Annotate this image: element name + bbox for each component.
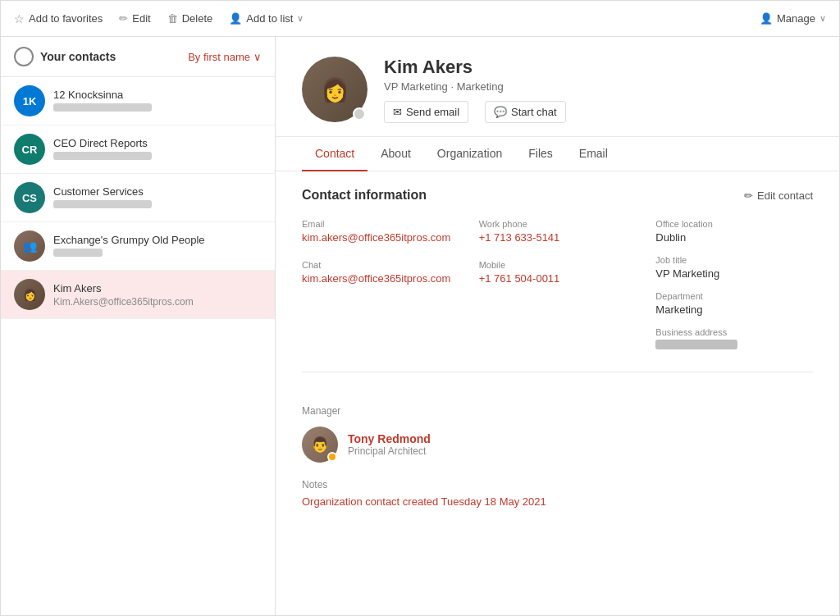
profile-info: Kim Akers VP Marketing · Marketing ✉ Sen…	[384, 57, 813, 123]
contacts-icon	[14, 47, 34, 66]
edit-label: Edit	[132, 12, 150, 25]
sidebar-item-exchange-sub	[53, 248, 262, 259]
sidebar-item-kim-email: Kim.Akers@office365itpros.com	[53, 296, 262, 308]
tab-files[interactable]: Files	[515, 137, 566, 171]
profile-name: Kim Akers	[384, 57, 813, 78]
field-business-address: Business address	[655, 327, 813, 352]
sidebar-item-customer-services-name: Customer Services	[53, 185, 262, 198]
delete-icon: 🗑	[167, 12, 178, 25]
field-department: Department Marketing	[655, 291, 813, 316]
start-chat-button[interactable]: 💬 Start chat	[485, 101, 566, 123]
manage-label: Manage	[777, 12, 815, 25]
sidebar-item-customer-services-sub	[53, 199, 262, 211]
mobile-label: Mobile	[479, 260, 637, 270]
field-email: Email kim.akers@office365itpros.com	[302, 219, 459, 244]
tab-email[interactable]: Email	[566, 137, 621, 171]
delete-label: Delete	[182, 12, 213, 25]
manage-chevron-icon: ∨	[819, 13, 826, 24]
sidebar-item-knocksinna-sub	[53, 103, 262, 114]
sidebar-item-ceo[interactable]: CR CEO Direct Reports	[1, 125, 275, 174]
field-work-phone: Work phone +1 713 633-5141	[479, 219, 637, 244]
email-value: kim.akers@office365itpros.com	[302, 231, 459, 244]
sidebar-item-knocksinna-content: 12 Knocksinna	[53, 89, 262, 114]
notes-section: Notes Organization contact created Tuesd…	[276, 479, 839, 524]
sidebar-header-left: Your contacts	[14, 47, 116, 66]
sidebar-item-knocksinna-name: 12 Knocksinna	[53, 89, 262, 101]
edit-button[interactable]: ✏ Edit	[119, 12, 150, 25]
manager-info: Tony Redmond Principal Architect	[348, 432, 431, 457]
sidebar-header: Your contacts By first name ∨	[1, 37, 275, 77]
sort-chevron-icon: ∨	[253, 51, 262, 63]
edit-contact-button[interactable]: ✏ Edit contact	[744, 189, 813, 202]
manager-label: Manager	[302, 405, 813, 417]
add-favorites-button[interactable]: ☆ Add to favorites	[14, 12, 103, 25]
profile-avatar-wrap: 👩	[302, 57, 368, 122]
contact-section-title: Contact information	[302, 188, 427, 203]
add-to-list-label: Add to list	[246, 12, 293, 25]
field-office-location: Office location Dublin	[655, 219, 813, 244]
office-location-label: Office location	[655, 219, 813, 229]
send-email-label: Send email	[406, 106, 459, 118]
avatar-ceo: CR	[14, 134, 45, 165]
tabs: Contact About Organization Files Email	[276, 137, 839, 171]
avatar-kim-akers: 👩	[14, 279, 45, 310]
add-to-list-icon: 👤	[229, 12, 242, 25]
field-job-title: Job title VP Marketing	[655, 255, 813, 280]
sidebar-item-knocksinna[interactable]: 1K 12 Knocksinna	[1, 77, 275, 125]
manager-presence-indicator	[327, 452, 337, 462]
chat-value: kim.akers@office365itpros.com	[302, 272, 459, 285]
send-email-button[interactable]: ✉ Send email	[384, 101, 468, 123]
content-area: 👩 Kim Akers VP Marketing · Marketing ✉ S…	[276, 37, 839, 615]
manager-name[interactable]: Tony Redmond	[348, 432, 431, 445]
star-icon: ☆	[14, 12, 25, 25]
add-favorites-label: Add to favorites	[29, 12, 103, 25]
manage-person-icon: 👤	[760, 12, 773, 25]
edit-contact-label: Edit contact	[757, 189, 813, 202]
sort-label: By first name	[188, 51, 250, 63]
contact-col-2: Work phone +1 713 633-5141 Mobile +1 761…	[479, 219, 637, 352]
sidebar-item-kim-name: Kim Akers	[53, 282, 262, 294]
avatar-exchange: 👥	[14, 230, 45, 262]
sidebar: Your contacts By first name ∨ 1K 12 Knoc…	[1, 37, 276, 615]
manager-section: Manager 👨 Tony Redmond Principal Archite…	[276, 389, 839, 479]
sidebar-item-ceo-name: CEO Direct Reports	[53, 137, 262, 149]
avatar-knocksinna: 1K	[14, 85, 45, 116]
field-mobile: Mobile +1 761 504-0011	[479, 260, 637, 285]
avatar-customer-services: CS	[14, 182, 45, 213]
contact-grid: Email kim.akers@office365itpros.com Chat…	[302, 219, 813, 372]
manager-role: Principal Architect	[348, 445, 431, 457]
presence-indicator	[353, 107, 366, 121]
sidebar-item-ceo-content: CEO Direct Reports	[53, 137, 262, 162]
chat-label: Chat	[302, 260, 459, 270]
sidebar-item-exchange[interactable]: 👥 Exchange's Grumpy Old People	[1, 222, 275, 271]
office-location-value: Dublin	[655, 231, 813, 244]
send-email-icon: ✉	[393, 106, 402, 118]
tab-organization[interactable]: Organization	[424, 137, 515, 171]
edit-contact-icon: ✏	[744, 189, 753, 202]
notes-label: Notes	[302, 479, 813, 491]
sidebar-item-kim-akers-content: Kim Akers Kim.Akers@office365itpros.com	[53, 282, 262, 308]
contact-col-1: Email kim.akers@office365itpros.com Chat…	[302, 219, 459, 352]
sidebar-item-customer-services-content: Customer Services	[53, 185, 262, 211]
notes-value: Organization contact created Tuesday 18 …	[302, 495, 813, 508]
profile-actions: ✉ Send email 💬 Start chat	[384, 101, 813, 123]
sidebar-item-kim-akers[interactable]: 👩 Kim Akers Kim.Akers@office365itpros.co…	[1, 271, 275, 319]
sidebar-item-ceo-sub	[53, 151, 262, 162]
sort-button[interactable]: By first name ∨	[188, 51, 262, 63]
job-title-value: VP Marketing	[655, 267, 813, 280]
tab-contact[interactable]: Contact	[302, 137, 368, 171]
profile-role: VP Marketing · Marketing	[384, 80, 813, 93]
delete-button[interactable]: 🗑 Delete	[167, 12, 213, 25]
sidebar-title: Your contacts	[40, 50, 116, 63]
add-to-list-button[interactable]: 👤 Add to list ∨	[229, 12, 304, 25]
sidebar-item-exchange-name: Exchange's Grumpy Old People	[53, 234, 262, 246]
add-to-list-chevron-icon: ∨	[297, 13, 304, 24]
sidebar-item-customer-services[interactable]: CS Customer Services	[1, 174, 275, 222]
email-label: Email	[302, 219, 459, 229]
manage-button[interactable]: 👤 Manage ∨	[760, 12, 826, 25]
profile-header: 👩 Kim Akers VP Marketing · Marketing ✉ S…	[276, 37, 839, 137]
tab-about[interactable]: About	[368, 137, 424, 171]
department-label: Department	[655, 291, 813, 301]
manager-card: 👨 Tony Redmond Principal Architect	[302, 427, 813, 463]
contact-section: Contact information ✏ Edit contact Email…	[276, 171, 839, 389]
